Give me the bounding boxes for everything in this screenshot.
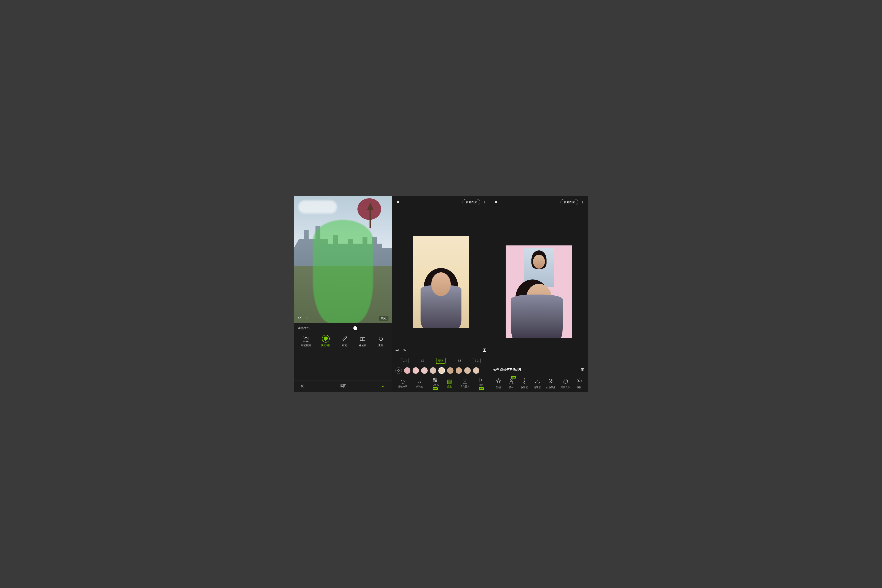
p3-tool-beauty[interactable]: New 美体 [507,377,515,389]
brush-label: 画笔 [342,344,347,347]
download-button-3[interactable]: ↓ [582,200,584,204]
center-button-3[interactable]: ⊞ [581,367,584,372]
p3-tool-filter[interactable]: 滤镜 [495,377,502,389]
svg-point-29 [578,380,580,382]
tool-reset[interactable]: 重置 [377,335,385,347]
tab-graffiti[interactable]: 涂鸦笔 [416,380,423,388]
download-button-2[interactable]: ↓ [484,200,486,204]
small-face [533,255,545,269]
beauty-new-tag: New [511,376,516,378]
top-bar-3: ✕ 合并图层 ↓ [490,196,588,208]
svg-rect-12 [435,378,437,380]
tab-import-label: 导入图片 [460,385,470,388]
color-edit-button[interactable] [395,367,402,374]
app-container: ↩ ↷ 预览 画笔大小 智能抠图 [294,196,588,392]
tool-quick-cutout[interactable]: 快速抠图 [321,335,330,347]
quick-cutout-icon [322,335,330,342]
color-swatch-7[interactable] [464,367,471,374]
color-swatch-6[interactable] [456,367,462,374]
top-photo-section [506,246,572,290]
ratio-1-2[interactable]: 1:2 [418,358,426,363]
undo-button-2[interactable]: ↩ [395,348,399,353]
smart-cutout-icon [302,335,310,342]
p3-makeup-label: 妆容笔 [520,386,528,389]
canvas-area-2: ↩ ↷ ⊞ [392,208,490,356]
p3-beauty-label: 美体 [509,386,514,389]
p3-tool-facial[interactable]: 五官立体 [561,377,570,389]
top-bar-center-3: 合并图层 ↓ [561,199,584,205]
brush-icon [340,335,348,342]
color-swatch-4[interactable] [438,367,445,374]
subject-silhouette [420,268,462,328]
color-swatch-5[interactable] [447,367,453,374]
panel-background: ✕ 合并图层 ↓ ↩ [392,196,490,392]
reset-label: 重置 [378,344,383,347]
color-swatch-row [392,366,490,375]
color-swatch-1[interactable] [412,367,419,374]
tool-brush[interactable]: 画笔 [340,335,348,347]
slider-thumb [353,326,357,330]
confirm-button[interactable]: ✓ [382,384,386,389]
svg-rect-3 [360,338,365,340]
tool-eraser[interactable]: 橡皮擦 [359,335,366,347]
auto-beauty-icon [547,377,555,385]
quick-cutout-label: 快速抠图 [321,344,330,347]
center-button-2[interactable]: ⊞ [483,347,486,353]
undo-redo-bar: ↩ ↷ [297,315,308,321]
close-button-2[interactable]: ✕ [396,200,400,205]
p3-erase-label: 消除笔 [534,386,541,389]
tab-filter-label: 滤镜效果 [398,385,407,388]
p3-tool-auto-beauty[interactable]: 自动美体 [546,377,555,389]
undo-button[interactable]: ↩ [297,315,301,321]
action-title: 抠图 [340,384,346,388]
color-swatch-8[interactable] [473,367,479,374]
color-swatch-3[interactable] [430,367,436,374]
top-bar-2: ✕ 合并图层 ↓ [392,196,490,208]
color-swatch-2[interactable] [421,367,428,374]
canvas-image-2 [413,236,469,328]
tab-play[interactable]: 玩法 New [478,378,484,390]
preview-label[interactable]: 预览 [379,316,388,321]
cancel-button[interactable]: ✕ [300,384,304,389]
svg-rect-16 [448,381,451,383]
p3-tool-row: 滤镜 New 美体 [490,375,588,392]
watermark: 知乎 @柚子不是幼稚 [494,368,521,372]
panel-cutout: ↩ ↷ 预览 画笔大小 智能抠图 [294,196,392,392]
p3-auto-beauty-label: 自动美体 [546,386,555,389]
ratio-3-2[interactable]: 3:2 [473,358,481,363]
tab-import[interactable]: 导入图片 [460,380,470,388]
tab-graffiti-label: 涂鸦笔 [416,385,423,388]
redo-button[interactable]: ↷ [304,315,308,321]
undo-redo-bar-2: ↩ ↷ [395,348,406,353]
ratio-4-3[interactable]: 4:3 [456,358,463,363]
ratio-row: 2:3 1:2 壁纸 4:3 3:2 [392,356,490,366]
close-button-3[interactable]: ✕ [494,200,498,205]
tab-mosaic[interactable]: 马赛克 New [432,378,439,390]
scene-clouds [298,201,337,213]
erase-brush-icon [533,377,541,385]
tool-row: 智能抠图 快速抠图 画笔 [294,333,392,350]
p3-tool-cutout[interactable]: 抠图 [575,377,583,389]
tool-smart-cutout[interactable]: 智能抠图 [301,335,311,347]
brush-size-slider[interactable] [312,328,388,328]
canvas-image-3 [506,246,572,338]
tab-mosaic-label: 马赛克 [432,383,439,387]
color-swatch-0[interactable] [404,367,410,374]
ratio-wallpaper[interactable]: 壁纸 [436,358,446,364]
p3-tool-erase[interactable]: 消除笔 [533,377,541,389]
svg-point-5 [398,370,399,371]
tab-background[interactable]: 背景 [447,380,452,388]
svg-point-10 [401,380,404,384]
merge-layers-button-3[interactable]: 合并图层 [561,199,578,205]
svg-rect-11 [433,378,435,380]
photo-canvas: ↩ ↷ 预览 [294,196,392,323]
big-body [511,294,562,338]
tab-filter-effects[interactable]: 滤镜效果 [398,380,407,388]
face-shape [431,272,451,296]
p3-tool-makeup[interactable]: 妆容笔 [520,377,528,389]
ratio-2-3[interactable]: 2:3 [401,358,409,363]
redo-button-2[interactable]: ↷ [402,348,406,353]
merge-layers-button[interactable]: 合并图层 [462,199,480,205]
cutout-mask-overlay [313,220,373,323]
brush-size-label: 画笔大小 [298,326,309,330]
